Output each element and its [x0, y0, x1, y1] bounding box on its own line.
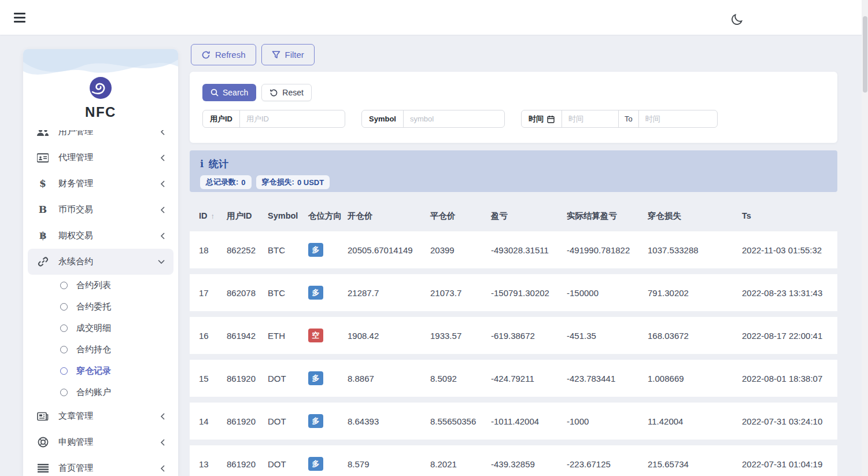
sidebar-item-finance[interactable]: $ 财务管理	[28, 171, 173, 197]
badge-label: 穿仓损失:	[262, 177, 294, 187]
scrollbar-thumb[interactable]	[863, 16, 867, 93]
submenu-item-trade-details[interactable]: 成交明细	[28, 318, 173, 339]
circle-icon	[60, 324, 68, 332]
search-icon	[210, 88, 219, 97]
search-button[interactable]: Search	[202, 84, 256, 101]
moon-icon	[730, 13, 744, 27]
column-header-open-price: 开仓价	[348, 211, 430, 222]
direction-long-badge: 多	[308, 371, 323, 385]
cell-settled-pnl: -491990.781822	[567, 245, 648, 255]
cell-liq-loss: 215.65734	[648, 459, 742, 469]
scrollbar-track	[862, 0, 868, 476]
refresh-button[interactable]: Refresh	[191, 44, 256, 65]
submenu-item-liquidation-records[interactable]: 穿仓记录	[28, 360, 173, 382]
calendar-icon	[547, 115, 555, 123]
cell-close-price: 20399	[430, 245, 491, 255]
submenu-item-label: 穿仓记录	[76, 366, 111, 377]
cell-pnl: -493028.31511	[491, 245, 567, 255]
submenu-item-contract-positions[interactable]: 合约持仓	[28, 339, 173, 360]
chevron-down-icon	[157, 259, 165, 264]
column-header-ts: Ts	[742, 211, 837, 220]
submenu-item-contract-accounts[interactable]: 合约账户	[28, 382, 173, 403]
chevron-left-icon	[160, 412, 165, 420]
circle-icon	[60, 389, 68, 396]
cell-symbol: BTC	[268, 245, 308, 255]
cell-open-price: 20505.67014149	[348, 245, 430, 255]
cell-settled-pnl: -150000	[567, 288, 648, 298]
symbol-field-group: Symbol	[361, 110, 505, 128]
cell-liq-loss: 1.008669	[648, 374, 742, 383]
sidebar-item-spot-trading[interactable]: B 币币交易	[28, 197, 173, 223]
cell-ts: 2022-08-01 18:38:07	[742, 374, 837, 383]
statistics-panel: i 统计 总记录数: 0 穿仓损失: 0 USDT	[190, 150, 837, 192]
sidebar-item-label: 申购管理	[58, 437, 152, 448]
search-panel: Search Reset 用户ID Symbol 时间	[190, 72, 837, 143]
topbar	[0, 0, 868, 35]
table-row: 18 862252 BTC 多 20505.67014149 20399 -49…	[190, 231, 837, 268]
chevron-left-icon	[160, 154, 165, 162]
circle-icon	[60, 282, 68, 289]
submenu-item-label: 合约委托	[76, 301, 111, 312]
cell-close-price: 1933.57	[430, 331, 491, 341]
column-header-id[interactable]: ID ↑	[199, 211, 227, 220]
symbol-input[interactable]	[404, 110, 505, 127]
column-header-direction: 仓位方向	[308, 211, 348, 222]
sidebar-item-subscriptions[interactable]: 申购管理	[28, 429, 173, 455]
column-header-liq-loss: 穿仓损失	[648, 211, 742, 222]
sidebar-item-label: 文章管理	[58, 411, 152, 422]
user-id-input[interactable]	[240, 110, 345, 127]
direction-long-badge: 多	[308, 286, 323, 300]
cell-symbol: ETH	[268, 331, 308, 341]
liquidation-loss-badge: 穿仓损失: 0 USDT	[256, 175, 330, 189]
cell-pnl: -424.79211	[491, 374, 567, 383]
filter-icon	[272, 50, 280, 59]
submenu-item-label: 合约账户	[76, 387, 111, 398]
life-ring-icon	[36, 437, 50, 448]
cell-close-price: 21073.7	[430, 288, 491, 298]
filter-label: Filter	[285, 50, 304, 60]
cell-symbol: DOT	[268, 416, 308, 426]
dark-mode-toggle[interactable]	[730, 13, 744, 27]
logo-text: NFC	[23, 104, 178, 120]
circle-icon	[60, 346, 68, 353]
cell-id: 13	[199, 459, 227, 469]
cell-user-id: 861920	[227, 374, 268, 383]
sidebar-item-agents[interactable]: 代理管理	[28, 145, 173, 171]
sidebar-item-options-trading[interactable]: ฿ 期权交易	[28, 223, 173, 249]
submenu-item-label: 成交明细	[76, 323, 111, 334]
toolbar: Refresh Filter	[191, 44, 315, 65]
column-header-close-price: 平仓价	[430, 211, 491, 222]
sidebar-item-homepage[interactable]: 首页管理	[28, 455, 173, 476]
column-header-settled-pnl: 实际结算盈亏	[567, 211, 648, 222]
dollar-icon: $	[36, 179, 50, 189]
column-header-pnl: 盈亏	[491, 211, 567, 222]
sidebar-item-articles[interactable]: 文章管理	[28, 403, 173, 429]
cell-id: 14	[199, 416, 227, 426]
user-id-field-group: 用户ID	[202, 110, 345, 128]
submenu-item-contract-list[interactable]: 合约列表	[28, 275, 173, 296]
badge-value: 0	[241, 178, 245, 187]
cell-id: 18	[199, 245, 227, 255]
sidebar-item-label: 永续合约	[58, 256, 149, 267]
cell-ts: 2022-07-31 01:04:19	[742, 459, 837, 469]
hamburger-menu-icon[interactable]	[14, 11, 27, 24]
sidebar: NFC 用户管理 代理管理 $ 财务管理 B 币币交易	[23, 49, 178, 476]
cell-open-price: 8.579	[348, 459, 430, 469]
cell-ts: 2022-11-03 01:55:32	[742, 245, 837, 255]
cell-liq-loss: 791.30202	[648, 288, 742, 298]
submenu-item-contract-orders[interactable]: 合约委托	[28, 296, 173, 318]
cell-pnl: -1011.42004	[491, 416, 567, 426]
sidebar-item-perpetual-contracts[interactable]: 永续合约	[28, 249, 173, 275]
time-from-input[interactable]	[562, 110, 618, 127]
cell-symbol: DOT	[268, 374, 308, 383]
time-to-input[interactable]	[639, 110, 718, 127]
reset-button[interactable]: Reset	[261, 84, 312, 101]
badge-value: 0 USDT	[297, 178, 324, 187]
direction-long-badge: 多	[308, 414, 323, 428]
table-row: 14 861920 DOT 多 8.64393 8.55650356 -1011…	[190, 403, 837, 440]
cell-user-id: 861920	[227, 416, 268, 426]
filter-button[interactable]: Filter	[261, 44, 315, 65]
newspaper-icon	[36, 412, 50, 421]
cell-settled-pnl: -451.35	[567, 331, 648, 341]
cell-open-price: 1908.42	[348, 331, 430, 341]
